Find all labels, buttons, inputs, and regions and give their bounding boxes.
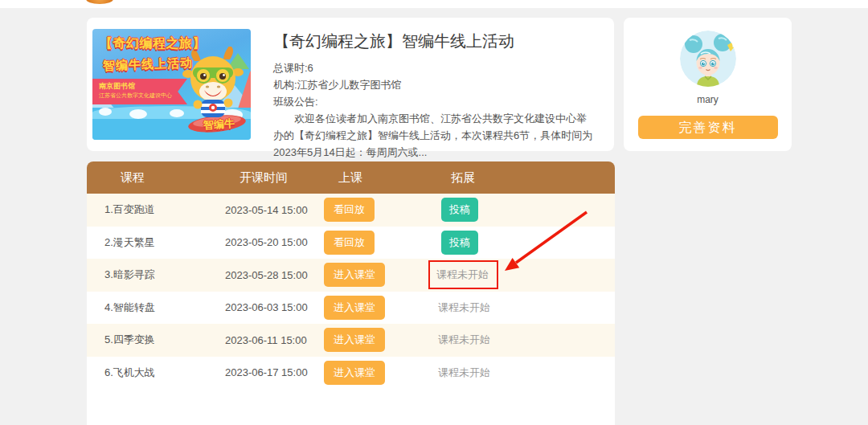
course-banner-image: 【奇幻编程之旅】 智编牛线上活动 南京图书馆 江苏省公共数字文化建设中心 智编牛 [92, 29, 251, 140]
top-bar [0, 0, 868, 8]
course-header-card: 【奇幻编程之旅】 智编牛线上活动 南京图书馆 江苏省公共数字文化建设中心 智编牛… [87, 18, 614, 151]
course-status-highlighted: 课程未开始 [428, 260, 498, 289]
attend-button[interactable]: 进入课堂 [324, 263, 385, 287]
column-header-start-time: 开课时间 [223, 170, 324, 186]
course-total-lessons: 总课时:6 [273, 59, 595, 76]
course-organization: 机构:江苏省少儿数字图书馆 [273, 76, 595, 93]
course-name: 2.漫天繁星 [87, 235, 223, 250]
course-start-time: 2023-06-17 15:00 [223, 366, 324, 378]
course-table: 课程 开课时间 上课 拓展 1.百变跑道 2023-05-14 15:00 看回… [87, 161, 615, 425]
column-header-attend: 上课 [324, 170, 436, 186]
table-row: 4.智能转盘 2023-06-03 15:00 进入课堂 课程未开始 [87, 292, 615, 325]
course-name: 1.百变跑道 [87, 202, 223, 217]
course-announcement-label: 班级公告: [273, 93, 595, 110]
table-row: 2.漫天繁星 2023-05-20 15:00 看回放 投稿 [87, 227, 615, 259]
banner-foam-icon [99, 108, 112, 116]
course-start-time: 2023-05-28 15:00 [223, 269, 324, 281]
course-start-time: 2023-05-20 15:00 [223, 236, 324, 248]
course-announcement-text: 欢迎各位读者加入南京图书馆、江苏省公共数字文化建设中心举办的【奇幻编程之旅】智编… [273, 110, 595, 161]
course-title: 【奇幻编程之旅】智编牛线上活动 [273, 31, 595, 52]
attend-button[interactable]: 看回放 [324, 198, 375, 222]
banner-title-line2: 智编牛线上活动 [103, 55, 194, 74]
table-row: 3.暗影寻踪 2023-05-28 15:00 进入课堂 课程未开始 [87, 259, 615, 292]
complete-profile-button[interactable]: 完善资料 [638, 116, 778, 139]
course-name: 5.四季变换 [87, 333, 223, 347]
course-name: 6.飞机大战 [87, 366, 223, 380]
course-name: 3.暗影寻踪 [87, 268, 223, 282]
course-name: 4.智能转盘 [87, 300, 223, 315]
banner-ribbon-line2: 江苏省公共数字文化建设中心 [99, 91, 176, 100]
attend-button[interactable]: 进入课堂 [324, 361, 385, 385]
course-start-time: 2023-06-11 15:00 [223, 334, 324, 346]
submit-work-button[interactable]: 投稿 [441, 231, 478, 255]
banner-ribbon-line1: 南京图书馆 [99, 81, 176, 91]
attend-button[interactable]: 进入课堂 [324, 328, 385, 352]
banner-ribbon: 南京图书馆 江苏省公共数字文化建设中心 [92, 79, 187, 104]
column-header-course: 课程 [87, 170, 223, 186]
course-status: 课程未开始 [438, 333, 490, 345]
course-status: 课程未开始 [438, 366, 490, 378]
course-info: 【奇幻编程之旅】智编牛线上活动 总课时:6 机构:江苏省少儿数字图书馆 班级公告… [273, 18, 595, 151]
table-row: 6.飞机大战 2023-06-17 15:00 进入课堂 课程未开始 [87, 357, 615, 390]
banner-mascot-label: 智编牛 [203, 116, 235, 133]
profile-username: mary [624, 94, 792, 105]
table-row: 5.四季变换 2023-06-11 15:00 进入课堂 课程未开始 [87, 324, 615, 357]
course-status: 课程未开始 [438, 301, 490, 313]
course-start-time: 2023-06-03 15:00 [223, 301, 324, 313]
attend-button[interactable]: 看回放 [324, 231, 375, 255]
attend-button[interactable]: 进入课堂 [324, 296, 385, 320]
table-body: 1.百变跑道 2023-05-14 15:00 看回放 投稿 2.漫天繁星 20… [87, 194, 615, 389]
profile-card: mary 完善资料 [624, 18, 792, 151]
table-header-row: 课程 开课时间 上课 拓展 [87, 161, 615, 194]
course-start-time: 2023-05-14 15:00 [223, 204, 324, 216]
banner-title-line1: 【奇幻编程之旅】 [100, 35, 206, 52]
table-row: 1.百变跑道 2023-05-14 15:00 看回放 投稿 [87, 194, 615, 227]
column-header-extension: 拓展 [436, 170, 615, 186]
avatar [680, 31, 736, 87]
submit-work-button[interactable]: 投稿 [441, 198, 478, 222]
banner-foam-icon [129, 109, 147, 119]
